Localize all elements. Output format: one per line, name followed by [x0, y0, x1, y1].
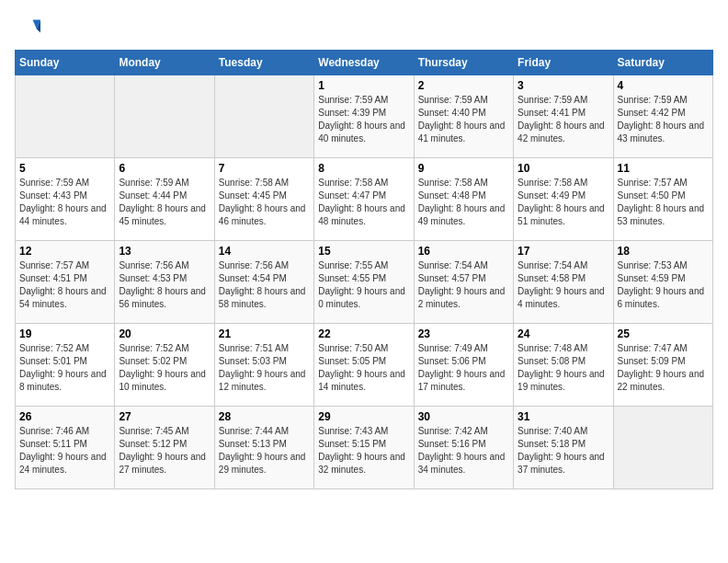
- calendar-cell: 31Sunrise: 7:40 AM Sunset: 5:18 PM Dayli…: [514, 407, 613, 489]
- calendar-cell: [115, 75, 214, 158]
- day-info: Sunrise: 7:42 AM Sunset: 5:16 PM Dayligh…: [418, 425, 509, 477]
- header-row: SundayMondayTuesdayWednesdayThursdayFrid…: [16, 51, 713, 75]
- day-info: Sunrise: 7:58 AM Sunset: 4:45 PM Dayligh…: [219, 177, 310, 228]
- day-number: 16: [418, 245, 509, 258]
- day-number: 1: [318, 79, 409, 92]
- day-number: 15: [318, 245, 409, 258]
- calendar-cell: 8Sunrise: 7:58 AM Sunset: 4:47 PM Daylig…: [314, 158, 414, 241]
- day-number: 24: [518, 327, 609, 340]
- day-number: 30: [418, 410, 509, 423]
- day-info: Sunrise: 7:55 AM Sunset: 4:55 PM Dayligh…: [318, 259, 409, 311]
- calendar-cell: 17Sunrise: 7:54 AM Sunset: 4:58 PM Dayli…: [514, 241, 613, 324]
- day-info: Sunrise: 7:54 AM Sunset: 4:57 PM Dayligh…: [418, 259, 509, 311]
- day-info: Sunrise: 7:56 AM Sunset: 4:54 PM Dayligh…: [219, 259, 310, 311]
- day-number: 10: [518, 162, 609, 175]
- day-number: 25: [618, 327, 709, 340]
- day-number: 14: [219, 245, 310, 258]
- calendar-cell: 19Sunrise: 7:52 AM Sunset: 5:01 PM Dayli…: [16, 324, 115, 407]
- calendar-cell: 20Sunrise: 7:52 AM Sunset: 5:02 PM Dayli…: [115, 324, 214, 407]
- calendar-cell: 7Sunrise: 7:58 AM Sunset: 4:45 PM Daylig…: [214, 158, 313, 241]
- day-info: Sunrise: 7:43 AM Sunset: 5:15 PM Dayligh…: [318, 425, 409, 477]
- day-number: 11: [618, 162, 709, 175]
- day-info: Sunrise: 7:47 AM Sunset: 5:09 PM Dayligh…: [618, 342, 709, 394]
- day-number: 9: [418, 162, 509, 175]
- day-number: 28: [219, 410, 310, 423]
- calendar-week-row: 1Sunrise: 7:59 AM Sunset: 4:39 PM Daylig…: [16, 75, 713, 158]
- day-info: Sunrise: 7:59 AM Sunset: 4:41 PM Dayligh…: [518, 94, 609, 145]
- day-number: 18: [618, 245, 709, 258]
- calendar-cell: 4Sunrise: 7:59 AM Sunset: 4:42 PM Daylig…: [613, 75, 712, 158]
- weekday-header: Wednesday: [314, 51, 414, 75]
- day-info: Sunrise: 7:51 AM Sunset: 5:03 PM Dayligh…: [219, 342, 310, 394]
- weekday-header: Monday: [115, 51, 214, 75]
- calendar-cell: 26Sunrise: 7:46 AM Sunset: 5:11 PM Dayli…: [16, 407, 115, 489]
- day-number: 8: [318, 162, 409, 175]
- calendar-cell: 15Sunrise: 7:55 AM Sunset: 4:55 PM Dayli…: [314, 241, 414, 324]
- day-info: Sunrise: 7:45 AM Sunset: 5:12 PM Dayligh…: [119, 425, 210, 477]
- day-number: 23: [418, 327, 509, 340]
- day-info: Sunrise: 7:54 AM Sunset: 4:58 PM Dayligh…: [518, 259, 609, 311]
- calendar-cell: [16, 75, 115, 158]
- calendar-cell: 18Sunrise: 7:53 AM Sunset: 4:59 PM Dayli…: [613, 241, 712, 324]
- day-info: Sunrise: 7:57 AM Sunset: 4:51 PM Dayligh…: [19, 259, 110, 311]
- day-number: 17: [518, 245, 609, 258]
- day-number: 5: [19, 162, 110, 175]
- day-info: Sunrise: 7:59 AM Sunset: 4:43 PM Dayligh…: [19, 177, 110, 228]
- calendar-cell: 21Sunrise: 7:51 AM Sunset: 5:03 PM Dayli…: [214, 324, 313, 407]
- calendar-cell: 29Sunrise: 7:43 AM Sunset: 5:15 PM Dayli…: [314, 407, 414, 489]
- calendar-cell: 1Sunrise: 7:59 AM Sunset: 4:39 PM Daylig…: [314, 75, 414, 158]
- calendar-cell: 10Sunrise: 7:58 AM Sunset: 4:49 PM Dayli…: [514, 158, 613, 241]
- day-number: 3: [518, 79, 609, 92]
- weekday-header: Sunday: [16, 51, 115, 75]
- day-info: Sunrise: 7:49 AM Sunset: 5:06 PM Dayligh…: [418, 342, 509, 394]
- day-number: 12: [19, 245, 110, 258]
- calendar-cell: 30Sunrise: 7:42 AM Sunset: 5:16 PM Dayli…: [414, 407, 513, 489]
- day-info: Sunrise: 7:58 AM Sunset: 4:49 PM Dayligh…: [518, 177, 609, 228]
- day-info: Sunrise: 7:59 AM Sunset: 4:42 PM Dayligh…: [618, 94, 709, 145]
- day-number: 31: [518, 410, 609, 423]
- calendar-cell: 5Sunrise: 7:59 AM Sunset: 4:43 PM Daylig…: [16, 158, 115, 241]
- day-number: 2: [418, 79, 509, 92]
- calendar-cell: 9Sunrise: 7:58 AM Sunset: 4:48 PM Daylig…: [414, 158, 513, 241]
- day-number: 21: [219, 327, 310, 340]
- calendar-cell: 22Sunrise: 7:50 AM Sunset: 5:05 PM Dayli…: [314, 324, 414, 407]
- calendar-week-row: 26Sunrise: 7:46 AM Sunset: 5:11 PM Dayli…: [16, 407, 713, 489]
- calendar-cell: 27Sunrise: 7:45 AM Sunset: 5:12 PM Dayli…: [115, 407, 214, 489]
- logo-icon: [15, 15, 40, 40]
- day-info: Sunrise: 7:58 AM Sunset: 4:48 PM Dayligh…: [418, 177, 509, 228]
- day-number: 4: [618, 79, 709, 92]
- day-number: 7: [219, 162, 310, 175]
- day-number: 6: [119, 162, 210, 175]
- calendar-cell: 16Sunrise: 7:54 AM Sunset: 4:57 PM Dayli…: [414, 241, 513, 324]
- calendar-cell: 6Sunrise: 7:59 AM Sunset: 4:44 PM Daylig…: [115, 158, 214, 241]
- day-number: 13: [119, 245, 210, 258]
- day-info: Sunrise: 7:56 AM Sunset: 4:53 PM Dayligh…: [119, 259, 210, 311]
- calendar-cell: 25Sunrise: 7:47 AM Sunset: 5:09 PM Dayli…: [613, 324, 712, 407]
- day-number: 20: [119, 327, 210, 340]
- day-info: Sunrise: 7:57 AM Sunset: 4:50 PM Dayligh…: [618, 177, 709, 228]
- calendar-cell: 24Sunrise: 7:48 AM Sunset: 5:08 PM Dayli…: [514, 324, 613, 407]
- page-header: [15, 15, 713, 40]
- calendar-cell: 23Sunrise: 7:49 AM Sunset: 5:06 PM Dayli…: [414, 324, 513, 407]
- day-info: Sunrise: 7:52 AM Sunset: 5:02 PM Dayligh…: [119, 342, 210, 394]
- calendar-cell: [613, 407, 712, 489]
- calendar-week-row: 19Sunrise: 7:52 AM Sunset: 5:01 PM Dayli…: [16, 324, 713, 407]
- weekday-header: Friday: [514, 51, 613, 75]
- day-number: 22: [318, 327, 409, 340]
- calendar-week-row: 5Sunrise: 7:59 AM Sunset: 4:43 PM Daylig…: [16, 158, 713, 241]
- weekday-header: Thursday: [414, 51, 513, 75]
- day-info: Sunrise: 7:46 AM Sunset: 5:11 PM Dayligh…: [19, 425, 110, 477]
- calendar-cell: 12Sunrise: 7:57 AM Sunset: 4:51 PM Dayli…: [16, 241, 115, 324]
- day-info: Sunrise: 7:50 AM Sunset: 5:05 PM Dayligh…: [318, 342, 409, 394]
- weekday-header: Saturday: [613, 51, 712, 75]
- day-info: Sunrise: 7:59 AM Sunset: 4:44 PM Dayligh…: [119, 177, 210, 228]
- calendar-week-row: 12Sunrise: 7:57 AM Sunset: 4:51 PM Dayli…: [16, 241, 713, 324]
- weekday-header: Tuesday: [214, 51, 313, 75]
- calendar-cell: 3Sunrise: 7:59 AM Sunset: 4:41 PM Daylig…: [514, 75, 613, 158]
- calendar-cell: 13Sunrise: 7:56 AM Sunset: 4:53 PM Dayli…: [115, 241, 214, 324]
- calendar-cell: 28Sunrise: 7:44 AM Sunset: 5:13 PM Dayli…: [214, 407, 313, 489]
- day-info: Sunrise: 7:40 AM Sunset: 5:18 PM Dayligh…: [518, 425, 609, 477]
- logo: [15, 15, 44, 40]
- day-info: Sunrise: 7:53 AM Sunset: 4:59 PM Dayligh…: [618, 259, 709, 311]
- day-info: Sunrise: 7:52 AM Sunset: 5:01 PM Dayligh…: [19, 342, 110, 394]
